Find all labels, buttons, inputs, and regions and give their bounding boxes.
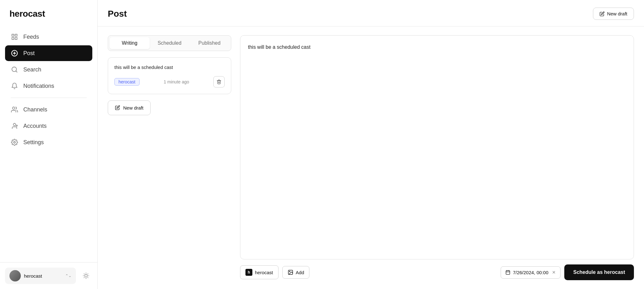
composer-toolbar: h herocast Add 7/26/2024, 00:00 ✕ xyxy=(240,264,634,280)
search-icon xyxy=(11,66,18,73)
svg-point-14 xyxy=(85,275,87,277)
svg-point-10 xyxy=(13,123,15,126)
edit-icon-secondary xyxy=(115,105,120,110)
sidebar-item-label: Notifications xyxy=(23,83,54,89)
content-area: Writing Scheduled Published this will be… xyxy=(98,26,644,289)
add-media-label: Add xyxy=(296,270,304,275)
date-value: 7/26/2024, 00:00 xyxy=(513,270,549,275)
svg-rect-2 xyxy=(15,37,17,39)
svg-rect-25 xyxy=(506,271,510,275)
post-icon xyxy=(11,50,18,57)
svg-line-17 xyxy=(84,274,84,274)
svg-point-13 xyxy=(14,141,15,143)
account-selector-button[interactable]: h herocast xyxy=(240,265,279,279)
right-panel: this will be a scheduled cast h herocast… xyxy=(240,35,634,280)
footer-account-button[interactable]: herocast ⌃⌄ xyxy=(5,268,76,284)
sidebar-item-label: Search xyxy=(23,66,41,73)
main-header: Post New draft xyxy=(98,0,644,26)
sun-icon xyxy=(83,273,89,279)
sidebar-item-search[interactable]: Search xyxy=(5,62,92,77)
sidebar-item-feeds[interactable]: Feeds xyxy=(5,29,92,45)
draft-card-text: this will be a scheduled cast xyxy=(114,64,225,71)
account-label: herocast xyxy=(255,270,273,275)
app-logo: herocast xyxy=(0,0,97,26)
sidebar-item-label: Post xyxy=(23,50,35,57)
svg-line-22 xyxy=(88,274,88,274)
composer-textarea[interactable]: this will be a scheduled cast xyxy=(240,35,634,259)
schedule-button[interactable]: Schedule as herocast xyxy=(564,264,634,280)
nav-divider xyxy=(11,98,87,98)
sidebar-item-label: Channels xyxy=(23,106,47,113)
draft-delete-button[interactable] xyxy=(213,76,225,88)
svg-rect-0 xyxy=(12,34,14,36)
post-tabs: Writing Scheduled Published xyxy=(108,35,231,51)
composer-text: this will be a scheduled cast xyxy=(248,44,310,50)
sidebar-footer: herocast ⌃⌄ xyxy=(0,262,97,289)
tab-writing[interactable]: Writing xyxy=(110,37,150,49)
notifications-icon xyxy=(11,82,18,89)
draft-tag: herocast xyxy=(114,78,140,86)
svg-line-21 xyxy=(84,277,84,278)
image-icon xyxy=(288,269,293,275)
tab-published[interactable]: Published xyxy=(189,37,229,49)
draft-time: 1 minute ago xyxy=(145,79,208,84)
channels-icon xyxy=(11,106,18,113)
svg-rect-3 xyxy=(12,37,14,39)
sidebar-item-channels[interactable]: Channels xyxy=(5,102,92,117)
svg-rect-1 xyxy=(15,34,17,36)
sidebar-nav: Feeds Post Search xyxy=(0,26,97,262)
sidebar-item-notifications[interactable]: Notifications xyxy=(5,78,92,94)
svg-line-8 xyxy=(16,71,17,72)
date-clear-button[interactable]: ✕ xyxy=(552,270,556,275)
chevron-down-icon: ⌃⌄ xyxy=(65,274,72,278)
calendar-icon xyxy=(505,270,510,275)
add-media-button[interactable]: Add xyxy=(282,266,310,279)
sidebar-item-accounts[interactable]: Accounts xyxy=(5,118,92,134)
new-draft-button-secondary[interactable]: New draft xyxy=(108,100,151,115)
avatar xyxy=(9,270,21,281)
tab-scheduled[interactable]: Scheduled xyxy=(150,37,190,49)
new-draft-button-header[interactable]: New draft xyxy=(593,8,634,20)
new-draft-secondary-label: New draft xyxy=(123,105,143,110)
draft-card[interactable]: this will be a scheduled cast herocast 1… xyxy=(108,57,231,94)
svg-line-18 xyxy=(88,277,88,278)
sidebar-item-post[interactable]: Post xyxy=(5,45,92,61)
accounts-icon xyxy=(11,122,18,129)
svg-point-9 xyxy=(13,107,15,109)
sidebar-item-label: Settings xyxy=(23,139,44,146)
left-panel: Writing Scheduled Published this will be… xyxy=(108,35,240,280)
sidebar-item-label: Feeds xyxy=(23,34,39,40)
sidebar-item-settings[interactable]: Settings xyxy=(5,134,92,150)
account-icon: h xyxy=(245,269,252,276)
sidebar-item-label: Accounts xyxy=(23,123,47,129)
theme-toggle-button[interactable] xyxy=(80,269,92,282)
page-title: Post xyxy=(108,9,127,19)
date-input[interactable]: 7/26/2024, 00:00 ✕ xyxy=(501,266,561,279)
edit-icon xyxy=(600,11,605,16)
footer-username: herocast xyxy=(24,273,42,279)
trash-icon xyxy=(216,79,221,84)
main-content: Post New draft Writing Scheduled Publish… xyxy=(98,0,644,289)
sidebar: herocast Feeds Post xyxy=(0,0,98,289)
draft-card-footer: herocast 1 minute ago xyxy=(114,76,225,88)
feeds-icon xyxy=(11,33,18,40)
settings-icon xyxy=(11,139,18,146)
new-draft-label: New draft xyxy=(607,11,627,16)
schedule-label: Schedule as herocast xyxy=(573,269,625,275)
svg-point-24 xyxy=(289,271,290,272)
